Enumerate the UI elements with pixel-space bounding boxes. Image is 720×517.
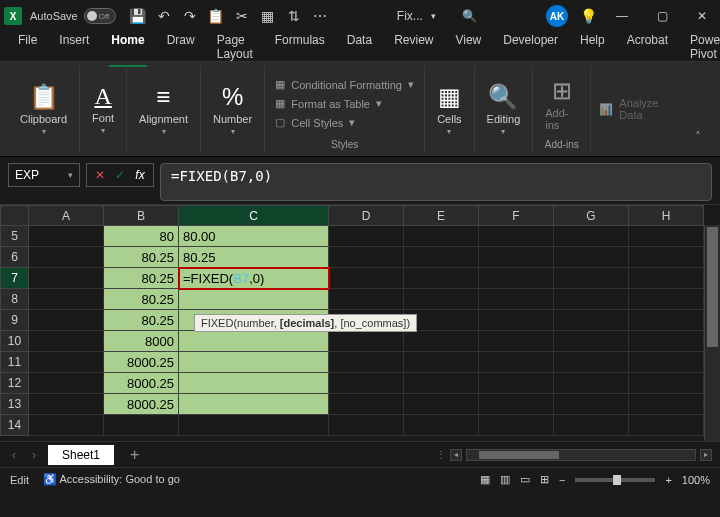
cell-F7[interactable] (479, 268, 554, 289)
cell-A7[interactable] (29, 268, 104, 289)
row-header-12[interactable]: 12 (1, 373, 29, 394)
sort-icon[interactable]: ⇅ (286, 8, 302, 24)
paste-icon[interactable]: 📋 (208, 8, 224, 24)
cell-A6[interactable] (29, 247, 104, 268)
sheet-tab[interactable]: Sheet1 (48, 445, 114, 465)
addins-button[interactable]: ⊞Add-ins (541, 75, 582, 133)
cells-button[interactable]: ▦Cells▾ (433, 81, 465, 138)
tab-developer[interactable]: Developer (493, 29, 568, 65)
cell-G13[interactable] (554, 394, 629, 415)
cell-E10[interactable] (404, 331, 479, 352)
cell-C10[interactable] (179, 331, 329, 352)
cell-B10[interactable]: 8000 (104, 331, 179, 352)
cell-B7[interactable]: 80.25 (104, 268, 179, 289)
tab-formulas[interactable]: Formulas (265, 29, 335, 65)
tab-acrobat[interactable]: Acrobat (617, 29, 678, 65)
cell-B6[interactable]: 80.25 (104, 247, 179, 268)
tab-help[interactable]: Help (570, 29, 615, 65)
column-header-A[interactable]: A (29, 206, 104, 226)
cell-G11[interactable] (554, 352, 629, 373)
tab-home[interactable]: Home (101, 29, 154, 65)
horizontal-scrollbar[interactable] (466, 449, 696, 461)
tab-insert[interactable]: Insert (49, 29, 99, 65)
cell-H14[interactable] (629, 415, 704, 436)
cell-E7[interactable] (404, 268, 479, 289)
autosave-toggle[interactable]: AutoSave Off (30, 8, 116, 24)
cell-C5[interactable]: 80.00 (179, 226, 329, 247)
cell-B9[interactable]: 80.25 (104, 310, 179, 331)
cell-B13[interactable]: 8000.25 (104, 394, 179, 415)
row-header-14[interactable]: 14 (1, 415, 29, 436)
cell-F11[interactable] (479, 352, 554, 373)
cell-H9[interactable] (629, 310, 704, 331)
search-icon[interactable]: 🔍 (462, 9, 477, 23)
more-icon[interactable]: ⋯ (312, 8, 328, 24)
row-header-13[interactable]: 13 (1, 394, 29, 415)
cell-F13[interactable] (479, 394, 554, 415)
cell-A13[interactable] (29, 394, 104, 415)
cell-D7[interactable] (329, 268, 404, 289)
cell-H8[interactable] (629, 289, 704, 310)
scroll-right-button[interactable]: ▸ (700, 449, 712, 461)
display-settings-icon[interactable]: ▦ (480, 473, 490, 486)
cell-H12[interactable] (629, 373, 704, 394)
cell-G6[interactable] (554, 247, 629, 268)
tab-page-layout[interactable]: Page Layout (207, 29, 263, 65)
row-header-6[interactable]: 6 (1, 247, 29, 268)
alignment-button[interactable]: ≡Alignment▾ (135, 81, 192, 138)
cell-G9[interactable] (554, 310, 629, 331)
tab-view[interactable]: View (445, 29, 491, 65)
normal-view-button[interactable]: ▥ (500, 473, 510, 486)
close-button[interactable]: ✕ (688, 2, 716, 30)
cell-H7[interactable] (629, 268, 704, 289)
lightbulb-icon[interactable]: 💡 (580, 8, 596, 24)
cell-A14[interactable] (29, 415, 104, 436)
cell-E6[interactable] (404, 247, 479, 268)
cell-A12[interactable] (29, 373, 104, 394)
cell-B14[interactable] (104, 415, 179, 436)
formula-input[interactable]: =FIXED(B7,0) (160, 163, 712, 201)
cell-C14[interactable] (179, 415, 329, 436)
column-header-C[interactable]: C (179, 206, 329, 226)
cell-H11[interactable] (629, 352, 704, 373)
column-header-E[interactable]: E (404, 206, 479, 226)
cell-A9[interactable] (29, 310, 104, 331)
add-sheet-button[interactable]: + (122, 446, 147, 464)
cell-H10[interactable] (629, 331, 704, 352)
pivot-icon[interactable]: ▦ (260, 8, 276, 24)
cell-G7[interactable] (554, 268, 629, 289)
cell-G10[interactable] (554, 331, 629, 352)
save-icon[interactable]: 💾 (130, 8, 146, 24)
format-as-table-button[interactable]: ▦Format as Table ▾ (275, 95, 414, 112)
cell-B8[interactable]: 80.25 (104, 289, 179, 310)
cell-F5[interactable] (479, 226, 554, 247)
analyze-data-button[interactable]: 📊Analyze Data (599, 95, 676, 123)
cell-G14[interactable] (554, 415, 629, 436)
chevron-down-icon[interactable]: ▾ (431, 11, 436, 21)
cell-C8[interactable] (179, 289, 329, 310)
cell-H6[interactable] (629, 247, 704, 268)
column-header-D[interactable]: D (329, 206, 404, 226)
cell-A11[interactable] (29, 352, 104, 373)
cell-A8[interactable] (29, 289, 104, 310)
enter-formula-button[interactable]: ✓ (111, 166, 129, 184)
editing-button[interactable]: 🔍Editing▾ (483, 81, 525, 138)
avatar[interactable]: AK (546, 5, 568, 27)
select-all-corner[interactable] (1, 206, 29, 226)
cell-C13[interactable] (179, 394, 329, 415)
cell-D11[interactable] (329, 352, 404, 373)
row-header-7[interactable]: 7 (1, 268, 29, 289)
tab-power-pivot[interactable]: Power Pivot (680, 29, 720, 65)
cancel-formula-button[interactable]: ✕ (91, 166, 109, 184)
conditional-formatting-button[interactable]: ▦Conditional Formatting ▾ (275, 76, 414, 93)
collapse-ribbon-button[interactable]: ˄ (685, 66, 712, 152)
cell-G8[interactable] (554, 289, 629, 310)
cell-G12[interactable] (554, 373, 629, 394)
cell-C7[interactable]: =FIXED(B7,0) (179, 268, 329, 289)
cell-G5[interactable] (554, 226, 629, 247)
cell-F6[interactable] (479, 247, 554, 268)
cell-D13[interactable] (329, 394, 404, 415)
cell-B5[interactable]: 80 (104, 226, 179, 247)
column-header-G[interactable]: G (554, 206, 629, 226)
column-header-F[interactable]: F (479, 206, 554, 226)
